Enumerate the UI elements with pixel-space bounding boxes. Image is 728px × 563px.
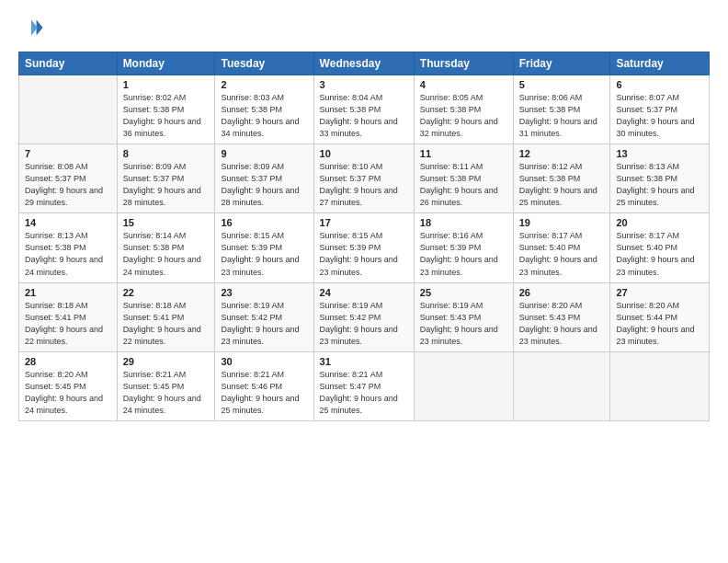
day-number: 25 bbox=[420, 287, 507, 298]
day-number: 22 bbox=[123, 287, 210, 298]
day-info: Sunrise: 8:20 AMSunset: 5:44 PMDaylight:… bbox=[616, 300, 703, 348]
day-number: 29 bbox=[123, 356, 210, 367]
day-number: 21 bbox=[25, 287, 111, 298]
day-info: Sunrise: 8:04 AMSunset: 5:38 PMDaylight:… bbox=[320, 92, 408, 140]
calendar-cell: 30Sunrise: 8:21 AMSunset: 5:46 PMDayligh… bbox=[215, 351, 313, 420]
day-info: Sunrise: 8:16 AMSunset: 5:39 PMDaylight:… bbox=[420, 230, 507, 278]
weekday-header: Tuesday bbox=[215, 52, 313, 75]
day-info: Sunrise: 8:10 AMSunset: 5:37 PMDaylight:… bbox=[320, 161, 408, 209]
day-number: 17 bbox=[320, 217, 408, 228]
weekday-header: Thursday bbox=[414, 52, 513, 75]
calendar-cell: 9Sunrise: 8:09 AMSunset: 5:37 PMDaylight… bbox=[215, 144, 313, 213]
calendar-cell: 13Sunrise: 8:13 AMSunset: 5:38 PMDayligh… bbox=[610, 144, 710, 213]
header bbox=[18, 15, 710, 40]
calendar-cell bbox=[19, 75, 118, 144]
day-number: 20 bbox=[616, 217, 703, 228]
day-number: 6 bbox=[616, 79, 703, 90]
day-info: Sunrise: 8:19 AMSunset: 5:42 PMDaylight:… bbox=[221, 300, 307, 348]
calendar-cell bbox=[513, 351, 610, 420]
calendar-cell: 8Sunrise: 8:09 AMSunset: 5:37 PMDaylight… bbox=[117, 144, 215, 213]
calendar-cell: 1Sunrise: 8:02 AMSunset: 5:38 PMDaylight… bbox=[117, 75, 215, 144]
calendar-cell: 14Sunrise: 8:13 AMSunset: 5:38 PMDayligh… bbox=[19, 213, 118, 282]
day-info: Sunrise: 8:21 AMSunset: 5:47 PMDaylight:… bbox=[320, 369, 408, 417]
day-info: Sunrise: 8:18 AMSunset: 5:41 PMDaylight:… bbox=[25, 300, 111, 348]
calendar-cell: 26Sunrise: 8:20 AMSunset: 5:43 PMDayligh… bbox=[513, 282, 610, 351]
calendar-cell: 7Sunrise: 8:08 AMSunset: 5:37 PMDaylight… bbox=[19, 144, 118, 213]
day-info: Sunrise: 8:06 AMSunset: 5:38 PMDaylight:… bbox=[519, 92, 605, 140]
day-number: 30 bbox=[221, 356, 307, 367]
day-info: Sunrise: 8:11 AMSunset: 5:38 PMDaylight:… bbox=[420, 161, 507, 209]
day-info: Sunrise: 8:19 AMSunset: 5:42 PMDaylight:… bbox=[320, 300, 408, 348]
day-number: 13 bbox=[616, 148, 703, 159]
calendar-week-row: 28Sunrise: 8:20 AMSunset: 5:45 PMDayligh… bbox=[19, 351, 710, 420]
calendar-cell: 21Sunrise: 8:18 AMSunset: 5:41 PMDayligh… bbox=[19, 282, 118, 351]
calendar-cell bbox=[610, 351, 710, 420]
day-number: 14 bbox=[25, 217, 111, 228]
logo-icon bbox=[18, 15, 44, 40]
day-number: 9 bbox=[221, 148, 307, 159]
calendar-cell: 18Sunrise: 8:16 AMSunset: 5:39 PMDayligh… bbox=[414, 213, 513, 282]
calendar-cell: 24Sunrise: 8:19 AMSunset: 5:42 PMDayligh… bbox=[313, 282, 414, 351]
day-number: 31 bbox=[320, 356, 408, 367]
day-info: Sunrise: 8:20 AMSunset: 5:43 PMDaylight:… bbox=[519, 300, 605, 348]
calendar-cell: 23Sunrise: 8:19 AMSunset: 5:42 PMDayligh… bbox=[215, 282, 313, 351]
calendar-cell: 12Sunrise: 8:12 AMSunset: 5:38 PMDayligh… bbox=[513, 144, 610, 213]
calendar-cell: 19Sunrise: 8:17 AMSunset: 5:40 PMDayligh… bbox=[513, 213, 610, 282]
day-info: Sunrise: 8:13 AMSunset: 5:38 PMDaylight:… bbox=[616, 161, 703, 209]
day-info: Sunrise: 8:13 AMSunset: 5:38 PMDaylight:… bbox=[25, 230, 111, 278]
calendar-week-row: 21Sunrise: 8:18 AMSunset: 5:41 PMDayligh… bbox=[19, 282, 710, 351]
day-number: 24 bbox=[320, 287, 408, 298]
day-number: 11 bbox=[420, 148, 507, 159]
day-number: 15 bbox=[123, 217, 210, 228]
day-number: 27 bbox=[616, 287, 703, 298]
day-info: Sunrise: 8:21 AMSunset: 5:45 PMDaylight:… bbox=[123, 369, 210, 417]
day-number: 7 bbox=[25, 148, 111, 159]
header-row: SundayMondayTuesdayWednesdayThursdayFrid… bbox=[19, 52, 710, 75]
logo bbox=[18, 15, 48, 40]
page-container: SundayMondayTuesdayWednesdayThursdayFrid… bbox=[0, 0, 728, 436]
day-info: Sunrise: 8:15 AMSunset: 5:39 PMDaylight:… bbox=[320, 230, 408, 278]
day-number: 23 bbox=[221, 287, 307, 298]
day-info: Sunrise: 8:09 AMSunset: 5:37 PMDaylight:… bbox=[221, 161, 307, 209]
day-number: 10 bbox=[320, 148, 408, 159]
day-number: 5 bbox=[519, 79, 605, 90]
day-number: 19 bbox=[519, 217, 605, 228]
calendar-cell: 25Sunrise: 8:19 AMSunset: 5:43 PMDayligh… bbox=[414, 282, 513, 351]
day-number: 12 bbox=[519, 148, 605, 159]
calendar-cell: 20Sunrise: 8:17 AMSunset: 5:40 PMDayligh… bbox=[610, 213, 710, 282]
calendar-cell: 3Sunrise: 8:04 AMSunset: 5:38 PMDaylight… bbox=[313, 75, 414, 144]
day-info: Sunrise: 8:08 AMSunset: 5:37 PMDaylight:… bbox=[25, 161, 111, 209]
day-number: 8 bbox=[123, 148, 210, 159]
weekday-header: Wednesday bbox=[313, 52, 414, 75]
weekday-header: Friday bbox=[513, 52, 610, 75]
calendar-week-row: 1Sunrise: 8:02 AMSunset: 5:38 PMDaylight… bbox=[19, 75, 710, 144]
calendar-week-row: 14Sunrise: 8:13 AMSunset: 5:38 PMDayligh… bbox=[19, 213, 710, 282]
weekday-header: Sunday bbox=[19, 52, 118, 75]
day-info: Sunrise: 8:17 AMSunset: 5:40 PMDaylight:… bbox=[616, 230, 703, 278]
calendar-cell: 6Sunrise: 8:07 AMSunset: 5:37 PMDaylight… bbox=[610, 75, 710, 144]
calendar-cell: 29Sunrise: 8:21 AMSunset: 5:45 PMDayligh… bbox=[117, 351, 215, 420]
day-number: 4 bbox=[420, 79, 507, 90]
day-info: Sunrise: 8:03 AMSunset: 5:38 PMDaylight:… bbox=[221, 92, 307, 140]
day-number: 16 bbox=[221, 217, 307, 228]
day-info: Sunrise: 8:09 AMSunset: 5:37 PMDaylight:… bbox=[123, 161, 210, 209]
calendar-cell: 5Sunrise: 8:06 AMSunset: 5:38 PMDaylight… bbox=[513, 75, 610, 144]
day-info: Sunrise: 8:07 AMSunset: 5:37 PMDaylight:… bbox=[616, 92, 703, 140]
day-info: Sunrise: 8:20 AMSunset: 5:45 PMDaylight:… bbox=[25, 369, 111, 417]
calendar-cell: 27Sunrise: 8:20 AMSunset: 5:44 PMDayligh… bbox=[610, 282, 710, 351]
day-info: Sunrise: 8:17 AMSunset: 5:40 PMDaylight:… bbox=[519, 230, 605, 278]
day-number: 2 bbox=[221, 79, 307, 90]
day-info: Sunrise: 8:02 AMSunset: 5:38 PMDaylight:… bbox=[123, 92, 210, 140]
calendar-cell: 22Sunrise: 8:18 AMSunset: 5:41 PMDayligh… bbox=[117, 282, 215, 351]
day-number: 1 bbox=[123, 79, 210, 90]
weekday-header: Saturday bbox=[610, 52, 710, 75]
day-number: 3 bbox=[320, 79, 408, 90]
calendar-cell: 10Sunrise: 8:10 AMSunset: 5:37 PMDayligh… bbox=[313, 144, 414, 213]
day-info: Sunrise: 8:18 AMSunset: 5:41 PMDaylight:… bbox=[123, 300, 210, 348]
day-number: 18 bbox=[420, 217, 507, 228]
calendar-cell: 16Sunrise: 8:15 AMSunset: 5:39 PMDayligh… bbox=[215, 213, 313, 282]
calendar-cell: 31Sunrise: 8:21 AMSunset: 5:47 PMDayligh… bbox=[313, 351, 414, 420]
day-info: Sunrise: 8:14 AMSunset: 5:38 PMDaylight:… bbox=[123, 230, 210, 278]
calendar-cell: 2Sunrise: 8:03 AMSunset: 5:38 PMDaylight… bbox=[215, 75, 313, 144]
day-info: Sunrise: 8:19 AMSunset: 5:43 PMDaylight:… bbox=[420, 300, 507, 348]
